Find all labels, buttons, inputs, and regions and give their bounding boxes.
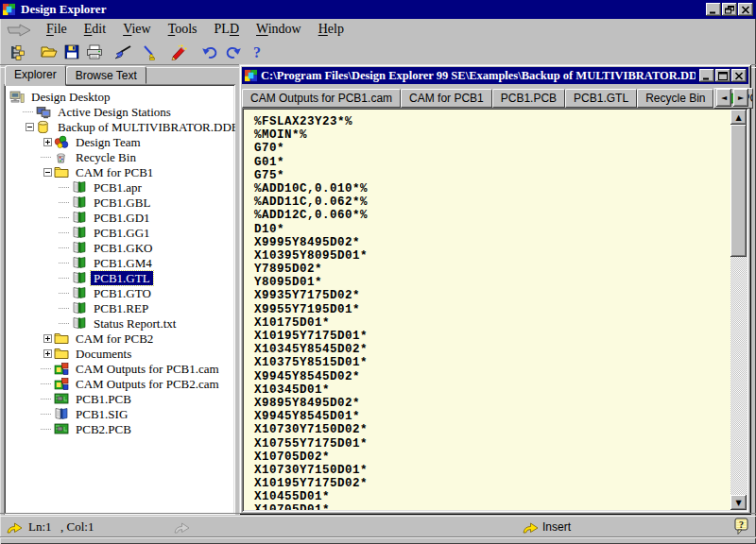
doc-close-button[interactable] [731,69,747,82]
menu-edit[interactable]: Edit [76,20,114,39]
insert-arrow-icon [522,521,540,537]
editor-line: %MOIN*% [254,128,729,142]
design-manager-button[interactable] [7,42,29,62]
cam-doc-icon [72,180,87,195]
tree-item-pcb1-gm4[interactable]: PCB1.GM4 [6,255,233,270]
restore-button[interactable] [722,3,737,16]
expand-plus-icon[interactable] [41,334,54,343]
scroll-track[interactable] [730,257,747,495]
editor-line: X9995Y8495D02* [254,236,729,249]
tree-item-documents[interactable]: Documents [6,346,233,361]
save-button[interactable] [60,42,83,62]
wizard-button[interactable] [166,42,189,62]
doc-tab-cam-for-pcb1[interactable]: CAM for PCB1 [401,89,492,108]
tree-connector [59,308,72,309]
workstation-icon [36,105,51,119]
scroll-thumb[interactable] [730,125,747,257]
menu-window[interactable]: Window [248,20,310,39]
minimize-icon [702,72,712,80]
menu-view[interactable]: View [114,20,160,39]
expand-plus-icon[interactable] [41,349,54,358]
tree-item-pcb1-gko[interactable]: PCB1.GKO [6,240,233,255]
doc-tab-pcb1-gtl[interactable]: PCB1.GTL [565,89,637,108]
panels-icon [10,44,26,60]
tree-connector [59,217,72,218]
tree-item-pcb2-pcb[interactable]: PCB2.PCB [6,421,233,436]
help-icon: ? [250,44,264,60]
tree-item-pcb1-gtl[interactable]: PCB1.GTL [6,270,233,285]
tree-item-pcb1-sig[interactable]: PCB1.SIG [6,406,233,421]
tree-connector [23,111,36,112]
tree-item-backup-of-multivibrator-ddb[interactable]: Backup of MULTIVIBRATOR.DDB [6,119,233,134]
tree-label: PCB1.apr [91,180,145,195]
client-menu-arrow-icon[interactable] [6,23,32,37]
tree-item-cam-for-pcb1[interactable]: CAM for PCB1 [6,164,233,179]
editor-line: X9945Y8545D01* [254,410,729,423]
desktop-icon [9,90,25,104]
scroll-up-button[interactable]: ▲ [730,110,747,125]
tab-scroll-right-button[interactable]: ► [733,89,748,107]
open-button[interactable] [38,42,60,62]
tree-label: Recycle Bin [73,150,139,164]
tree-item-pcb1-gbl[interactable]: PCB1.GBL [6,195,233,210]
tree-connector [59,323,72,324]
editor-line: X10395Y8095D01* [254,249,729,263]
tree-item-active-design-stations[interactable]: Active Design Stations [6,104,233,119]
close-icon [741,6,750,14]
tree-connector [59,187,72,188]
expand-minus-icon[interactable] [23,123,36,131]
tree-item-pcb1-gd1[interactable]: PCB1.GD1 [6,210,233,225]
editor-line: %ADD11C,0.062*% [254,196,729,209]
editor-line: X10195Y7175D01* [254,330,729,343]
expand-plus-icon[interactable] [41,138,54,146]
tree-item-pcb1-gg1[interactable]: PCB1.GG1 [6,225,233,240]
pen-tool-button[interactable] [138,42,161,62]
brush-tool-button[interactable] [112,42,134,62]
pcb-doc-icon [54,422,69,436]
menubar: FileEditViewToolsPLDWindowHelp [0,19,756,40]
doc-minimize-button[interactable] [699,69,714,82]
tree-item-design-desktop[interactable]: Design Desktop [6,89,233,104]
tree-label: PCB1.GTL [91,271,153,285]
pen-tool-icon [141,44,158,60]
editor-line: Y7895D02* [254,263,729,276]
doc-tab-pcb1-pcb[interactable]: PCB1.PCB [492,89,565,108]
text-editor[interactable]: %FSLAX23Y23*%%MOIN*%G70*G01*G75*%ADD10C,… [244,110,730,510]
tab-scroll-buttons: ◄► [714,89,748,107]
tree-item-recycle-bin[interactable]: Recycle Bin [6,149,233,164]
tree-item-cam-for-pcb2[interactable]: CAM for PCB2 [6,331,233,346]
menu-help[interactable]: Help [310,20,352,39]
tab-explorer[interactable]: Explorer [5,65,66,86]
editor-line: G70* [254,142,729,155]
tab-browse-text[interactable]: Browse Text [66,66,146,84]
doc-tab-cam-outputs-for-pcb1-cam[interactable]: CAM Outputs for PCB1.cam [242,89,401,108]
tree-item-pcb1-gto[interactable]: PCB1.GTO [6,285,233,300]
tree-item-cam-outputs-for-pcb2-cam[interactable]: CAM Outputs for PCB2.cam [6,376,233,391]
scroll-down-button[interactable]: ▼ [730,495,747,510]
tree-item-pcb1-apr[interactable]: PCB1.apr [6,179,233,195]
menu-pld[interactable]: PLD [206,20,248,39]
tree-label: Design Desktop [28,90,112,104]
help-button[interactable]: ? [246,42,268,62]
undo-button[interactable] [198,42,221,62]
minimize-button[interactable] [706,3,721,16]
menu-tools[interactable]: Tools [160,20,206,39]
menu-file[interactable]: File [38,20,76,39]
doc-maximize-button[interactable] [715,69,730,82]
tab-scroll-left-button[interactable]: ◄ [716,89,731,107]
tree-item-pcb1-rep[interactable]: PCB1.REP [6,300,233,315]
redo-button[interactable] [222,42,245,62]
editor-line: %ADD10C,0.010*% [254,182,729,196]
close-button[interactable] [738,3,753,16]
tree-item-cam-outputs-for-pcb1-cam[interactable]: CAM Outputs for PCB1.cam [6,361,233,376]
tree-item-design-team[interactable]: Design Team [6,134,233,149]
doc-tab-recycle-bin[interactable]: Recycle Bin [637,89,713,108]
tree-item-pcb1-pcb[interactable]: PCB1.PCB [6,391,233,406]
document-tab-row: CAM Outputs for PCB1.camCAM for PCB1PCB1… [242,84,748,108]
explorer-tab-row: ExplorerBrowse Text [4,64,235,84]
tree-item-status-report-txt[interactable]: Status Report.txt [6,315,233,331]
editor-line: D10* [254,223,729,236]
expand-minus-icon[interactable] [41,168,54,177]
tree-connector [41,383,54,384]
print-button[interactable] [83,42,106,62]
